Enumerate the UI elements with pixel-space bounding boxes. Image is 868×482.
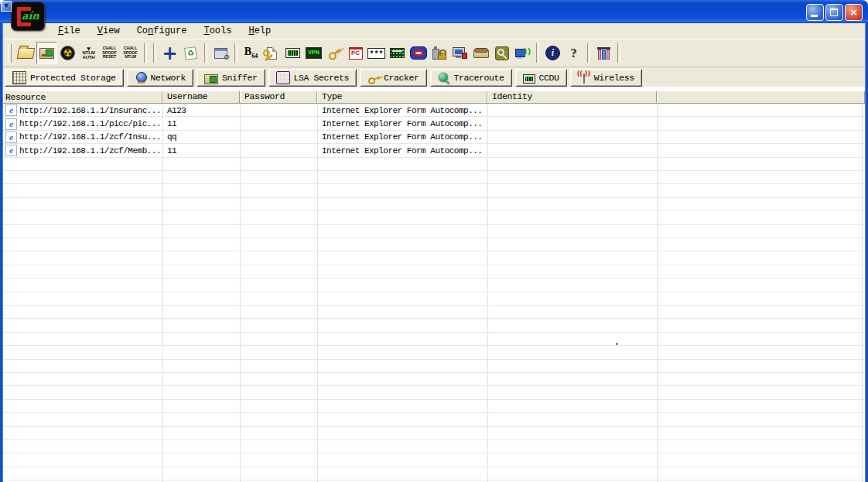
oval-box-icon	[410, 46, 427, 60]
tab-traceroute[interactable]: Traceroute	[430, 69, 512, 87]
lcd-meter-icon	[523, 74, 535, 84]
chall-spoof-reset-button[interactable]: CHALL SPOOF RESET	[99, 42, 120, 64]
rdp-signal-icon: ))	[515, 48, 531, 59]
cell-resource: ehttp://192.168.1.1/Insuranc...	[3, 104, 162, 116]
cell-username: A123	[162, 106, 240, 115]
lock-spray-icon	[432, 47, 447, 60]
nic-card-icon	[204, 74, 218, 84]
chall-spoof-ntlm-button[interactable]: CHALL SPOOF NTLM	[120, 42, 141, 64]
exit-button[interactable]	[593, 42, 614, 64]
tab-cracker[interactable]: Cracker	[360, 69, 427, 87]
tab-label: Network	[151, 73, 186, 83]
tab-ccdu[interactable]: CCDU	[515, 69, 567, 87]
chall-spoof-ntlm-icon: CHALL SPOOF NTLM	[123, 46, 137, 60]
maximize-icon	[830, 9, 838, 16]
asterisks-revealer-button[interactable]: ***	[366, 42, 387, 64]
toolbar-drag-handle[interactable]	[8, 44, 12, 63]
cell-type: Internet Explorer Form Autocomp...	[317, 119, 487, 128]
close-icon: ×	[846, 5, 862, 19]
cell-type: Internet Explorer Form Autocomp...	[317, 106, 487, 115]
column-header-password[interactable]: Password	[240, 91, 317, 103]
menu-view[interactable]: View	[89, 24, 128, 38]
column-header-resource[interactable]: Resource	[3, 91, 162, 103]
minimize-icon	[811, 15, 818, 17]
purple-box-icon	[276, 71, 290, 84]
menu-file[interactable]: File	[50, 24, 89, 38]
cell-type: Internet Explorer Form Autocomp...	[317, 132, 487, 142]
resource-url: http://192.168.1.1/zcf/Memb...	[19, 146, 161, 156]
cisco-config-button[interactable]	[387, 42, 408, 64]
network-computer-button[interactable]	[449, 42, 470, 64]
table-row[interactable]: ehttp://192.168.1.1/zcf/Insu...qqInterne…	[3, 131, 865, 144]
title-bar: ×	[0, 0, 868, 23]
hash-calculator-icon	[285, 48, 300, 58]
oval-box-button[interactable]	[408, 42, 429, 64]
grid-line	[657, 104, 658, 482]
cell-username: qq	[162, 132, 240, 142]
column-header-type[interactable]: Type	[317, 91, 487, 103]
ie-icon: e	[5, 104, 17, 116]
modem-icon	[473, 48, 488, 58]
network-computer-icon	[453, 47, 467, 59]
system-menu-icon[interactable]: ▼	[1, 1, 12, 12]
ie-icon: e	[5, 132, 17, 143]
sniffer-nic-icon	[39, 48, 54, 59]
key-icon	[367, 72, 380, 84]
globe-magnifier-icon	[438, 72, 450, 84]
modem-button[interactable]	[470, 42, 491, 64]
toolbar-separator	[617, 43, 620, 63]
vpn-decoder-button[interactable]: VPN	[303, 42, 324, 64]
table-row[interactable]: ehttp://192.168.1.1/Insuranc...A123Inter…	[3, 104, 865, 117]
cisco-type7-button[interactable]	[261, 42, 282, 64]
apr-toggle-button[interactable]: ☢	[57, 42, 78, 64]
menu-configure[interactable]: Configure	[128, 24, 196, 38]
table-row[interactable]: ehttp://192.168.1.1/zcf/Memb...11Interne…	[3, 144, 865, 157]
resource-url: http://192.168.1.1/picc/pic...	[19, 119, 161, 128]
add-item-button[interactable]: +	[159, 42, 180, 64]
tab-lsa-secrets[interactable]: LSA Secrets	[268, 69, 357, 87]
cell-username: 11	[162, 119, 240, 128]
remote-pc-button[interactable]: PC	[345, 42, 366, 64]
grid-line	[317, 104, 318, 482]
tab-wireless[interactable]: Wireless	[570, 69, 642, 87]
tab-protected-storage[interactable]: Protected Storage	[5, 69, 124, 87]
column-header-username[interactable]: Username	[162, 91, 240, 103]
toolbar-separator	[153, 43, 156, 63]
rdp-signal-button[interactable]: ))	[512, 42, 533, 64]
table-header: Resource Username Password Type Identity	[3, 91, 865, 104]
lock-spray-button[interactable]	[429, 42, 449, 64]
remove-item-button[interactable]: ♻	[180, 42, 201, 64]
tab-label: Sniffer	[222, 73, 258, 83]
hash-calculator-button[interactable]	[282, 42, 303, 64]
cell-type: Internet Explorer Form Autocomp...	[317, 146, 487, 156]
cain-logo-text: aín	[22, 9, 39, 23]
base64-decoder-button[interactable]: B64	[241, 42, 261, 64]
grid-line	[487, 104, 488, 482]
window-frame-right	[865, 23, 868, 482]
minimize-button[interactable]	[806, 4, 824, 21]
menu-help[interactable]: Help	[240, 24, 279, 38]
restore-window-button[interactable]	[210, 42, 231, 64]
tab-bar: Protected StorageNetworkSnifferLSA Secre…	[3, 67, 865, 87]
table-row[interactable]: ehttp://192.168.1.1/picc/pic...11Interne…	[3, 117, 865, 130]
menu-tools[interactable]: Tools	[195, 24, 240, 38]
help-button[interactable]: ?	[563, 42, 584, 64]
info-button[interactable]: i	[542, 42, 563, 64]
tab-label: Traceroute	[454, 73, 504, 83]
maximize-button[interactable]	[825, 4, 843, 21]
crypt-key-button[interactable]	[491, 42, 512, 64]
cell-resource: ehttp://192.168.1.1/zcf/Insu...	[3, 132, 162, 143]
add-item-icon: +	[162, 44, 177, 63]
tab-sniffer[interactable]: Sniffer	[196, 69, 265, 87]
caption-buttons: ×	[806, 4, 863, 21]
ntlm-auth-button[interactable]: ▼ NTLM AUTH	[78, 42, 99, 64]
column-header-identity[interactable]: Identity	[487, 91, 657, 103]
tab-network[interactable]: Network	[127, 69, 194, 87]
rsa-token-button[interactable]	[324, 42, 345, 64]
exit-icon	[597, 47, 610, 60]
close-button[interactable]: ×	[845, 4, 863, 21]
sniffer-toggle-button[interactable]	[36, 42, 57, 64]
open-folder-button[interactable]	[15, 42, 36, 64]
cell-username: 11	[162, 146, 240, 156]
menu-items: FileViewConfigureToolsHelp	[50, 24, 279, 38]
